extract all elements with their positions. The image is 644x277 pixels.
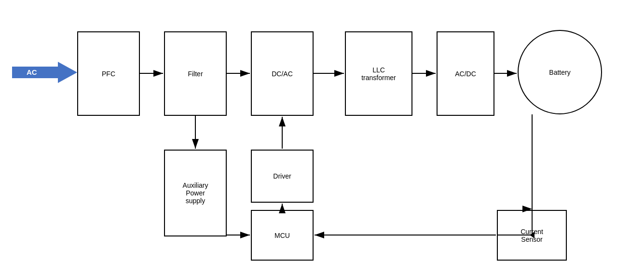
dcac-block: DC/AC — [251, 31, 314, 116]
mcu-block: MCU — [251, 210, 314, 261]
diagram: AC PFC Filter DC/AC LLC transformer AC/D… — [0, 0, 644, 277]
pfc-block: PFC — [77, 31, 140, 116]
dcac-label: DC/AC — [272, 70, 293, 78]
driver-block: Driver — [251, 150, 314, 203]
battery-block: Battery — [518, 30, 602, 114]
llc-block: LLC transformer — [345, 31, 412, 116]
llc-label: LLC transformer — [361, 66, 396, 82]
current-sensor-block: Current Sensor — [497, 210, 567, 261]
pfc-label: PFC — [102, 70, 115, 78]
ac-arrow: AC — [12, 62, 77, 85]
acdc-label: AC/DC — [455, 70, 476, 78]
acdc-block: AC/DC — [437, 31, 494, 116]
filter-block: Filter — [164, 31, 227, 116]
svg-text:AC: AC — [27, 68, 37, 76]
aux-label: Auxiliary Power supply — [183, 181, 208, 205]
svg-marker-0 — [12, 62, 77, 83]
driver-label: Driver — [273, 172, 291, 180]
battery-label: Battery — [549, 69, 570, 76]
mcu-label: MCU — [274, 232, 290, 239]
filter-label: Filter — [188, 70, 203, 78]
current-sensor-label: Current Sensor — [521, 228, 543, 243]
aux-block: Auxiliary Power supply — [164, 150, 227, 236]
